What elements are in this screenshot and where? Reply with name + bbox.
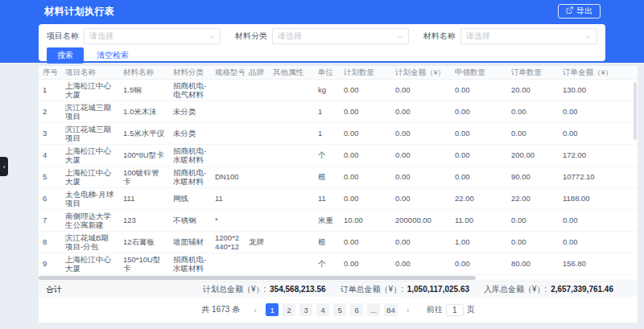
table-cell: 8 — [39, 237, 61, 246]
page-button-3[interactable]: 3 — [299, 303, 312, 316]
column-header: 规格型号 — [211, 68, 245, 78]
table-cell: 150*10U型卡 — [119, 255, 169, 273]
summary-value: 354,568,213.56 — [270, 285, 326, 294]
page-button-4[interactable]: 4 — [316, 303, 329, 316]
sidebar-expand-handle[interactable]: › — [0, 157, 8, 176]
table-cell: 6 — [39, 194, 61, 203]
table-cell: 7 — [39, 216, 61, 224]
last-page-button[interactable]: 84 — [384, 303, 398, 316]
table-cell: 墙面辅材 — [169, 237, 211, 246]
table-cell: 不锈钢 — [169, 216, 211, 224]
select-placeholder: 请选择 — [89, 31, 208, 42]
goto-suffix-label: 页 — [467, 304, 475, 315]
table-cell: 0.00 — [451, 85, 507, 94]
table-cell: 0.00 — [340, 129, 391, 138]
table-cell: 1 — [314, 107, 340, 116]
table-cell: 0.00 — [507, 129, 559, 138]
table-cell: 0.00 — [451, 259, 507, 268]
table-cell: 个 — [314, 150, 340, 159]
chevron-down-icon — [585, 29, 592, 43]
table-cell: 太仓电梯-月球项目 — [61, 190, 119, 208]
horizontal-scrollbar-track — [39, 275, 638, 281]
table-cell: * — [211, 216, 245, 224]
next-page-button[interactable]: › — [402, 303, 415, 316]
table-cell: 0.00 — [340, 107, 391, 116]
table-cell: 0.00 — [451, 172, 507, 181]
pagination-total-text: 共 1673 条 — [201, 304, 240, 315]
table-cell: 龙牌 — [245, 237, 269, 246]
page-button-1[interactable]: 1 — [266, 303, 279, 316]
table-cell: 0.00 — [391, 107, 451, 116]
table-cell: 0.00 — [391, 194, 451, 203]
summary-item: 计划总金额（¥）: 354,568,213.56 — [203, 284, 326, 295]
table-cell: 南侧理达大学生公寓新建 — [61, 212, 119, 229]
table-cell: 0.00 — [507, 216, 559, 224]
column-header: 计划金额（¥） — [391, 68, 451, 78]
filter-group-2: 材料名称请选择 — [423, 28, 597, 44]
filter-select[interactable]: 请选择 — [84, 28, 221, 44]
summary-item: 入库总金额（¥）: 2,657,339,761.46 — [484, 284, 613, 295]
table-cell: 22.00 — [507, 194, 559, 203]
table-cell: 网线 — [169, 194, 211, 203]
column-header: 项目名称 — [61, 68, 119, 78]
column-header: 订单金额（¥） — [559, 68, 638, 78]
export-button[interactable]: 导出 — [558, 4, 601, 19]
table-cell: 招商机电-水暖材料 — [169, 168, 211, 186]
clear-search-link[interactable]: 清空检索 — [97, 50, 129, 61]
table-row: 9上海松江中心大厦150*10U型卡招商机电-水暖材料个0.000.000.00… — [39, 253, 638, 275]
table-row: 2滨江花城三期项目1.0米木沫未分类10.000.000.000.000.00 — [39, 101, 638, 123]
select-placeholder: 请选择 — [466, 31, 585, 42]
horizontal-scrollbar-thumb[interactable] — [39, 276, 476, 280]
page-button-5[interactable]: 5 — [333, 303, 346, 316]
table-cell: 0.00 — [340, 194, 391, 203]
summary-value: 1,050,117,025.63 — [407, 285, 469, 294]
table-cell: 2 — [39, 107, 61, 116]
page-button-2[interactable]: 2 — [283, 303, 295, 316]
table-cell: 0.00 — [559, 129, 638, 138]
table-cell: 根 — [314, 237, 340, 246]
column-header: 其他属性 — [269, 68, 314, 78]
table-cell: 156.80 — [559, 259, 638, 268]
chevron-down-icon — [208, 29, 215, 43]
goto-page-input[interactable] — [446, 304, 464, 316]
table-cell: 未分类 — [169, 129, 211, 138]
table-cell: 0.00 — [391, 172, 451, 181]
prev-page-button[interactable]: ‹ — [249, 303, 262, 316]
table-cell: 0.00 — [451, 107, 507, 116]
vertical-scrollbar[interactable] — [634, 82, 637, 140]
page-button-6[interactable]: 6 — [350, 303, 363, 316]
table-body: 1上海松江中心大厦1.5铜招商机电-电气材料kg0.000.000.0020.0… — [39, 80, 638, 275]
select-placeholder: 请选择 — [278, 31, 397, 42]
table-cell: 根 — [314, 172, 340, 181]
filter-select[interactable]: 请选择 — [460, 28, 597, 44]
table-cell: 111 — [119, 194, 169, 203]
table-row: 6太仓电梯-月球项目111网线11110.000.0022.0022.00118… — [39, 188, 638, 210]
filter-actions: 搜索 清空检索 — [47, 47, 597, 64]
table-row: 8滨江花城B期项目-分包12石膏板墙面辅材1200*2440*12龙牌根0.00… — [39, 232, 638, 253]
table-cell: 0.00 — [451, 129, 507, 138]
table-cell: 上海松江中心大厦 — [61, 146, 119, 164]
table-cell: 0.00 — [391, 237, 451, 246]
table-cell: 80.00 — [507, 259, 559, 268]
table-row: 1上海松江中心大厦1.5铜招商机电-电气材料kg0.000.000.0020.0… — [39, 80, 638, 101]
ellipsis-page-button[interactable]: ... — [367, 303, 380, 316]
column-header: 单位 — [314, 68, 340, 78]
table-cell: 1 — [39, 85, 61, 94]
table-cell: 0.00 — [340, 85, 391, 94]
filter-row: 项目名称请选择材料分类请选择材料名称请选择 — [47, 28, 597, 44]
filter-select[interactable]: 请选择 — [272, 28, 409, 44]
table-cell: 1200*2440*12 — [211, 233, 245, 251]
table-cell: 0.00 — [340, 150, 391, 159]
column-header: 订单数量 — [507, 68, 559, 78]
table-cell: kg — [314, 85, 340, 94]
table-cell: 上海松江中心大厦 — [61, 81, 119, 99]
table-cell: 11.00 — [451, 216, 507, 224]
table-cell: 0.00 — [340, 259, 391, 268]
search-button[interactable]: 搜索 — [47, 47, 84, 64]
table-cell: 100*8U型卡 — [119, 150, 169, 159]
page-title: 材料计划执行表 — [44, 5, 115, 19]
export-icon — [566, 6, 573, 16]
table-cell: 10.00 — [340, 216, 391, 224]
table-row: 3滨江花城三期项目1.5米水平仪未分类10.000.000.000.000.00 — [39, 123, 638, 145]
table-cell: DN100 — [211, 172, 245, 181]
